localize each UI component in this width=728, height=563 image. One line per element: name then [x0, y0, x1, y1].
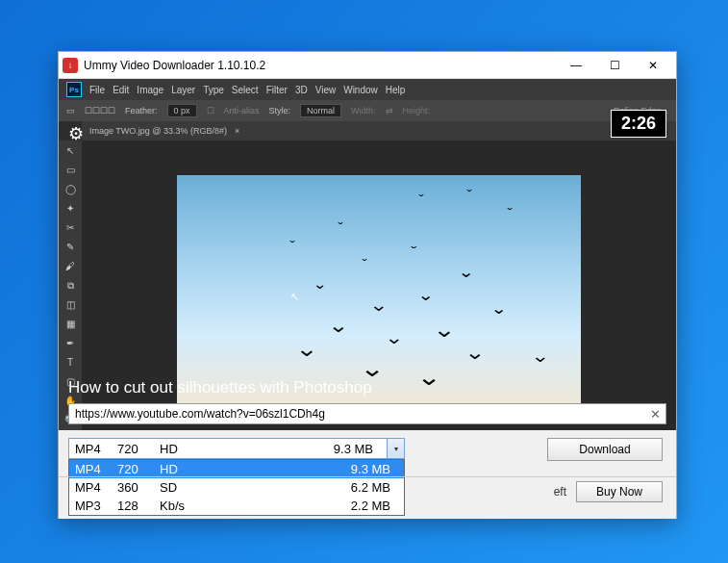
ps-tool-wand: ✦ — [61, 200, 80, 218]
photoshop-document-tab: Image TWO.jpg @ 33.3% (RGB/8#)× — [82, 121, 676, 141]
ps-style-label: Style: — [269, 106, 291, 115]
sel-resolution: 720 — [117, 442, 160, 456]
app-icon: ↓ — [63, 58, 78, 73]
ps-tool-stamp: ⧉ — [61, 277, 80, 294]
close-button[interactable]: ✕ — [634, 52, 672, 79]
maximize-button[interactable]: ☐ — [595, 52, 634, 79]
settings-icon[interactable]: ⚙ — [68, 123, 84, 144]
photoshop-menubar: Ps File Edit Image Layer Type Select Fil… — [59, 79, 676, 100]
buy-now-button[interactable]: Buy Now — [576, 481, 663, 502]
sel-size: 9.3 MB — [334, 442, 381, 456]
ps-menu-3d: 3D — [295, 85, 308, 95]
format-combo[interactable]: MP4 720 HD 9.3 MB ▾ — [68, 438, 405, 459]
sel-format: MP4 — [75, 442, 117, 456]
buy-row: eft Buy Now — [59, 476, 676, 505]
ps-tool-gradient: ▦ — [61, 315, 80, 332]
ps-tool-crop: ✂ — [61, 219, 80, 237]
ps-menu-image: Image — [137, 85, 163, 95]
ps-style-value: Normal — [300, 104, 341, 117]
ps-width-label: Width: — [351, 106, 376, 115]
trial-text: eft — [554, 485, 566, 499]
clear-url-button[interactable]: ✕ — [644, 407, 665, 422]
ps-menu-file: File — [89, 85, 105, 95]
ps-height-label: Height: — [403, 106, 431, 115]
ps-tool-eyedrop: ✎ — [61, 239, 80, 256]
ps-tool-brush: 🖌 — [61, 258, 80, 275]
video-timestamp: 2:26 — [611, 110, 666, 138]
sky-image: ˇ ˇ ˇ ˇ ˇ ˇ ˇ ⌄ ⌄ ⌄ ⌄ ⌄ ⌄ ⌄ ⌄ ⌄ ⌄ — [177, 175, 581, 406]
ps-menu-view: View — [315, 85, 337, 95]
photoshop-options-bar: ▭ ☐☐☐☐ Feather: 0 px ☐Anti-alias Style: … — [59, 100, 676, 121]
ps-menu-layer: Layer — [171, 85, 195, 95]
ps-menu-type: Type — [203, 85, 224, 95]
ps-menu-select: Select — [232, 85, 259, 95]
ps-menu-filter: Filter — [266, 85, 288, 95]
ps-tool-lasso: ◯ — [61, 181, 80, 198]
photoshop-logo-icon: Ps — [66, 82, 82, 97]
minimize-button[interactable]: — — [557, 52, 595, 79]
app-window: ↓ Ummy Video Downloader 1.10.10.2 — ☐ ✕ … — [58, 51, 677, 519]
ps-menu-edit: Edit — [113, 85, 129, 95]
ps-tool-pen: ✒ — [61, 334, 80, 351]
ps-menu-help: Help — [386, 85, 406, 95]
ps-tool-move: ↖ — [61, 142, 80, 160]
window-title: Ummy Video Downloader 1.10.10.2 — [84, 59, 557, 72]
ps-feather-value: 0 px — [167, 104, 197, 117]
ps-antialias: Anti-alias — [224, 106, 260, 115]
ps-tool-text: T — [61, 353, 80, 371]
video-preview: Ps File Edit Image Layer Type Select Fil… — [59, 79, 676, 430]
download-button[interactable]: Download — [547, 438, 663, 461]
download-controls: MP4 720 HD 9.3 MB ▾ MP4 720 HD 9.3 MB MP… — [59, 430, 676, 519]
url-input[interactable] — [69, 407, 644, 421]
url-bar: ✕ — [68, 403, 666, 424]
sel-quality: HD — [160, 442, 217, 456]
ps-menu-window: Window — [343, 85, 378, 95]
ps-feather-label: Feather: — [125, 106, 158, 115]
chevron-down-icon[interactable]: ▾ — [387, 439, 404, 458]
title-bar: ↓ Ummy Video Downloader 1.10.10.2 — ☐ ✕ — [59, 52, 676, 79]
ps-tool-marquee: ▭ — [61, 162, 80, 179]
video-title: How to cut out silhouettes with Photosho… — [68, 378, 372, 397]
cursor-icon: ↖ — [290, 291, 299, 303]
ps-tool-eraser: ◫ — [61, 296, 80, 314]
